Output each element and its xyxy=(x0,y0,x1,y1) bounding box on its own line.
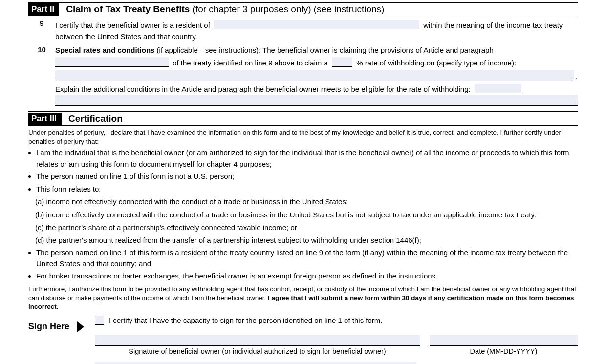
furthermore: Furthermore, I authorize this form to be… xyxy=(28,285,578,312)
cert-bullet-2: The person named on line 1 of this form … xyxy=(36,171,578,182)
part-2-title: Claim of Tax Treaty Benefits (for chapte… xyxy=(66,4,384,15)
part-3-tag: Part III xyxy=(28,113,62,125)
cert-bullet-3: This form relates to: xyxy=(36,184,578,195)
certification-list: I am the individual that is the benefici… xyxy=(33,148,578,194)
cert-sub-c: (c) the partner's share of a partnership… xyxy=(35,222,578,233)
line-10-lead-rest: (if applicable—see instructions): The be… xyxy=(157,46,494,54)
line-9-number: 9 xyxy=(28,18,55,28)
certification-intro: Under penalties of perjury, I declare th… xyxy=(28,128,578,146)
line-9-text-a: I certify that the beneficial owner is a… xyxy=(55,21,210,29)
signature-input[interactable] xyxy=(95,335,420,346)
cert-bullet-5: For broker transactions or barter exchan… xyxy=(36,271,578,282)
line-9-country-input[interactable] xyxy=(214,20,419,29)
line-9: 9 I certify that the beneficial owner is… xyxy=(28,18,578,43)
cert-sub-b: (b) income effectively connected with th… xyxy=(35,209,578,220)
cert-bullet-4: The person named on line 1 of this form … xyxy=(36,247,578,269)
signature-label: Signature of beneficial owner (or indivi… xyxy=(95,347,420,355)
line-10-explain-input-2[interactable] xyxy=(55,95,578,106)
cert-sub-d: (d) the partner's amount realized from t… xyxy=(35,235,578,246)
line-10: 10 Special rates and conditions (if appl… xyxy=(28,44,578,107)
cert-bullet-1: I am the individual that is the benefici… xyxy=(36,148,578,170)
line-10-pct: % rate of withholding on (specify type o… xyxy=(356,59,516,67)
capacity-checkbox[interactable] xyxy=(95,316,104,325)
date-input[interactable] xyxy=(430,335,578,346)
capacity-text: I certify that I have the capacity to si… xyxy=(109,316,382,324)
period: . xyxy=(576,71,578,82)
line-10-explain: Explain the additional conditions in the… xyxy=(55,85,471,93)
line-10-lead-bold: Special rates and conditions xyxy=(55,46,154,54)
sign-here-label: Sign Here xyxy=(28,321,69,332)
line-10-rate-input[interactable] xyxy=(332,57,352,67)
line-10-income-type-input[interactable] xyxy=(55,70,574,81)
part-2-title-bold: Claim of Tax Treaty Benefits xyxy=(66,4,190,14)
part-3-header: Part III Certification xyxy=(28,111,578,125)
line-10-mid: of the treaty identified on line 9 above… xyxy=(173,59,328,67)
part-2-title-paren: (for chapter 3 purposes only) (see instr… xyxy=(193,4,385,14)
cert-sub-a: (a) income not effectively connected wit… xyxy=(35,196,578,207)
line-10-article-input[interactable] xyxy=(55,57,169,67)
line-10-number: 10 xyxy=(28,44,55,55)
sign-arrow-icon xyxy=(77,321,84,332)
line-10-explain-input-1[interactable] xyxy=(475,84,521,93)
date-label: Date (MM-DD-YYYY) xyxy=(430,347,578,355)
sign-block: Sign Here I certify that I have the capa… xyxy=(28,316,578,364)
certification-list-2: The person named on line 1 of this form … xyxy=(33,247,578,282)
part-2-header: Part II Claim of Tax Treaty Benefits (fo… xyxy=(28,2,578,16)
part-3-title: Certification xyxy=(68,113,123,124)
part-2-tag: Part II xyxy=(28,3,59,16)
print-name-input[interactable] xyxy=(95,362,416,364)
